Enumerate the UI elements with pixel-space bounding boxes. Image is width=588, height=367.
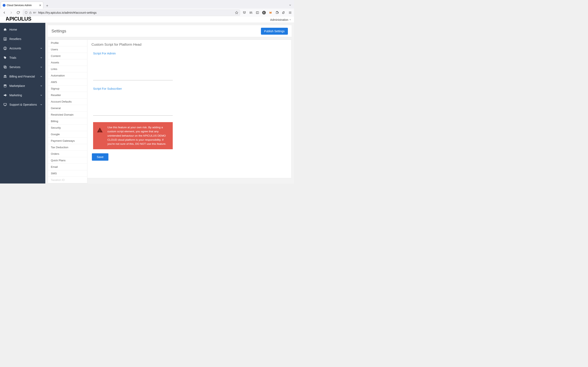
sidebar-item-label: Billing and Financial: [9, 75, 35, 78]
settings-nav-sms[interactable]: SMS: [48, 170, 87, 177]
lock-icon[interactable]: [29, 11, 32, 14]
warning-text: Use this feature at your own risk. By ad…: [107, 126, 166, 145]
sidebar: HomeResellersAccountsTrialsServicesBilli…: [0, 23, 45, 184]
sidebar-item-label: Support & Operations: [9, 103, 37, 106]
profile-badge[interactable]: K: [262, 11, 266, 15]
metamask-icon[interactable]: [269, 11, 272, 15]
tag-icon: [3, 56, 7, 59]
app-body: HomeResellersAccountsTrialsServicesBilli…: [0, 23, 294, 184]
tab-favicon: [3, 4, 6, 7]
settings-nav-tax-deduction[interactable]: Tax Deduction: [48, 144, 87, 151]
settings-nav-quick-plans[interactable]: Quick Plans: [48, 157, 87, 164]
svg-line-9: [252, 12, 252, 14]
permissions-icon[interactable]: [33, 11, 36, 14]
browser-toolbar: https://try.apiculus.io/admin/#/account-…: [0, 8, 294, 17]
tab-title: Cloud Services Admin: [7, 4, 32, 7]
library-icon[interactable]: [249, 11, 253, 15]
sidebar-toggle-icon[interactable]: [256, 11, 259, 15]
tab-overflow-button[interactable]: [289, 2, 292, 8]
script-subscriber-input[interactable]: [93, 92, 173, 116]
sidebar-item-accounts[interactable]: Accounts: [0, 44, 45, 53]
url-bar[interactable]: https://try.apiculus.io/admin/#/account-…: [23, 9, 240, 16]
svg-marker-13: [269, 11, 270, 12]
publish-settings-button[interactable]: Publish Settings: [261, 28, 288, 35]
settings-nav-content[interactable]: Content: [48, 53, 87, 59]
settings-nav-billing[interactable]: Billing: [48, 118, 87, 125]
sidebar-item-marketing[interactable]: Marketing: [0, 91, 45, 100]
sidebar-item-services[interactable]: Services: [0, 62, 45, 72]
sidebar-item-resellers[interactable]: Resellers: [0, 34, 45, 44]
settings-nav-users[interactable]: Users: [48, 46, 87, 53]
back-button[interactable]: [2, 10, 7, 15]
settings-nav-taxation-id[interactable]: Taxation ID: [48, 177, 87, 183]
settings-content-row: ProfileUsersContentAssetsLinksAutomation…: [48, 40, 292, 184]
svg-point-25: [5, 48, 6, 49]
settings-nav-restricted-domain[interactable]: Restricted Domain: [48, 111, 87, 118]
svg-marker-5: [235, 11, 238, 14]
svg-rect-32: [6, 76, 7, 77]
user-circle-icon: [3, 47, 7, 50]
script-admin-field: Script For Admin: [93, 52, 173, 81]
settings-nav-security[interactable]: Security: [48, 125, 87, 131]
svg-rect-29: [4, 76, 4, 77]
settings-nav-email[interactable]: Email: [48, 164, 87, 170]
sidebar-item-trials[interactable]: Trials: [0, 53, 45, 62]
script-subscriber-field: Script For Subscriber: [93, 87, 173, 117]
settings-nav-account-defaults[interactable]: Account Defaults: [48, 99, 87, 105]
svg-point-26: [4, 57, 5, 57]
sidebar-item-home[interactable]: Home: [0, 25, 45, 34]
bookmark-star-icon[interactable]: [235, 11, 238, 14]
sidebar-item-label: Accounts: [9, 47, 21, 50]
settings-nav-signup[interactable]: Signup: [48, 85, 87, 92]
settings-nav-reseller[interactable]: Reseller: [48, 92, 87, 99]
bank-icon: [3, 75, 7, 78]
forward-button[interactable]: [9, 10, 13, 15]
chevron-down-icon: [289, 19, 291, 21]
shield-icon[interactable]: [25, 11, 27, 14]
monitor-icon: [3, 103, 7, 106]
pocket-icon[interactable]: [242, 11, 246, 15]
chevron-down-icon: [40, 94, 43, 96]
new-tab-button[interactable]: ＋: [44, 2, 50, 8]
chevron-down-icon: [40, 57, 43, 59]
settings-nav-orders[interactable]: Orders: [48, 151, 87, 157]
megaphone-icon: [3, 93, 7, 97]
settings-nav-automation[interactable]: Automation: [48, 72, 87, 79]
page-header: Settings Publish Settings: [48, 25, 292, 37]
reload-button[interactable]: [16, 10, 20, 15]
sidebar-item-billing-and-financial[interactable]: Billing and Financial: [0, 72, 45, 81]
layers-icon: [3, 65, 7, 69]
browser-tab[interactable]: Cloud Services Admin ✕: [1, 2, 43, 8]
close-icon[interactable]: ✕: [39, 4, 42, 7]
sidebar-item-support-operations[interactable]: Support & Operations: [0, 100, 45, 109]
save-button[interactable]: Save: [92, 153, 108, 161]
page-title: Settings: [52, 29, 66, 33]
chevron-down-icon: [40, 66, 43, 68]
settings-nav-google[interactable]: Google: [48, 131, 87, 138]
settings-nav-profile[interactable]: Profile: [48, 40, 87, 46]
settings-nav-general[interactable]: General: [48, 105, 87, 111]
script-admin-input[interactable]: [93, 56, 173, 80]
toolbar-right-icons: K: [242, 11, 292, 15]
chevron-down-icon: [40, 47, 43, 50]
settings-nav-aws[interactable]: AWS: [48, 79, 87, 85]
svg-marker-12: [271, 11, 272, 12]
chevron-down-icon: [40, 103, 43, 106]
hamburger-menu-icon[interactable]: [288, 11, 292, 15]
settings-nav-links[interactable]: Links: [48, 66, 87, 72]
extension-icon[interactable]: [275, 11, 279, 15]
chevron-down-icon: [40, 75, 43, 78]
settings-nav-assets[interactable]: Assets: [48, 59, 87, 66]
svg-rect-35: [4, 103, 7, 105]
svg-point-3: [34, 13, 34, 13]
sidebar-item-label: Trials: [9, 56, 16, 59]
extensions-puzzle-icon[interactable]: [282, 11, 285, 15]
svg-marker-21: [290, 20, 291, 20]
settings-nav-payment-gateways[interactable]: Payment Gateways: [48, 138, 87, 144]
svg-point-23: [5, 38, 6, 39]
settings-panel: Custom Script for Platform Head Script F…: [87, 40, 292, 178]
svg-marker-14: [269, 12, 272, 14]
sidebar-item-marketplace[interactable]: Marketplace: [0, 81, 45, 91]
administration-menu[interactable]: Administration: [270, 17, 291, 23]
browser-chrome: Cloud Services Admin ✕ ＋ https:: [0, 0, 294, 17]
